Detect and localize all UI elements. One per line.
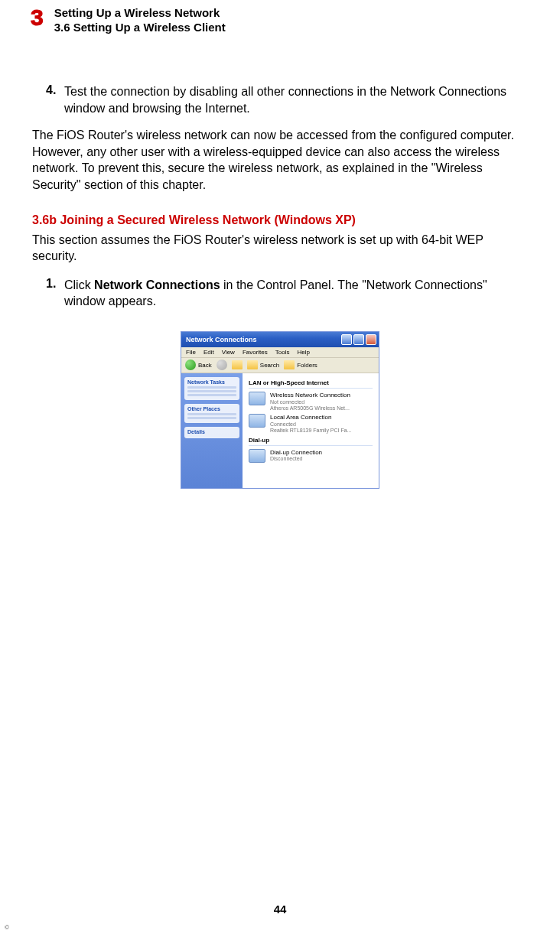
step-text: Test the connection by disabling all oth… [64, 83, 528, 116]
main-panel: LAN or High-Speed Internet Wireless Netw… [243, 373, 379, 488]
page-content: 4. Test the connection by disabling all … [0, 34, 560, 489]
access-paragraph: The FiOS Router's wireless network can n… [32, 127, 528, 193]
maximize-button[interactable] [353, 334, 364, 345]
window-titlebar: Network Connections [181, 332, 379, 347]
back-label: Back [198, 362, 212, 369]
lan-item[interactable]: Local Area Connection Connected Realtek … [249, 414, 373, 434]
dialup-icon [249, 449, 265, 463]
forward-button[interactable] [217, 360, 227, 370]
page-number: 44 [0, 903, 560, 916]
intro-paragraph: This section assumes the FiOS Router's w… [32, 232, 528, 265]
menu-view[interactable]: View [222, 349, 235, 356]
search-icon [247, 360, 258, 369]
panel-details-head: Details [187, 429, 236, 434]
menu-bar: File Edit View Favorites Tools Help [181, 347, 379, 358]
close-button[interactable] [366, 334, 376, 345]
side-panel: Network Tasks Other Places Details [181, 373, 243, 488]
step-pre: Click [64, 278, 94, 291]
step-number: 4. [46, 83, 64, 116]
menu-tools[interactable]: Tools [275, 349, 290, 356]
dialup-text: Dial-up Connection Disconnected [270, 449, 322, 463]
folders-icon [284, 360, 295, 369]
subsection-heading: 3.6b Joining a Secured Wireless Network … [32, 213, 528, 227]
window-body: Network Tasks Other Places Details [181, 373, 379, 488]
panel-other-head: Other Places [187, 406, 236, 412]
wlan-status: Not connected [270, 399, 350, 405]
lan-text: Local Area Connection Connected Realtek … [270, 414, 351, 434]
copyright-mark: © [5, 924, 9, 931]
wlan-name: Wireless Network Connection [270, 392, 350, 399]
minimize-button[interactable] [341, 334, 352, 345]
step-number: 1. [46, 277, 64, 310]
page-header: 3 Setting Up a Wireless Network 3.6 Sett… [0, 0, 560, 34]
wlan-text: Wireless Network Connection Not connecte… [270, 392, 350, 412]
menu-favorites[interactable]: Favorites [243, 349, 268, 356]
panel-tasks-head: Network Tasks [187, 379, 236, 385]
figure-network-connections: Network Connections File Edit View Favor… [32, 331, 528, 489]
step-4: 4. Test the connection by disabling all … [46, 83, 528, 116]
wlan-item[interactable]: Wireless Network Connection Not connecte… [249, 392, 373, 412]
lan-name: Local Area Connection [270, 414, 351, 421]
step-1: 1. Click Network Connections in the Cont… [46, 277, 528, 310]
lan-icon [249, 414, 265, 428]
menu-help[interactable]: Help [297, 349, 309, 356]
dialup-item[interactable]: Dial-up Connection Disconnected [249, 449, 373, 463]
chapter-number: 3 [31, 6, 44, 29]
wlan-icon [249, 392, 265, 405]
window-title: Network Connections [186, 336, 257, 343]
header-text-block: Setting Up a Wireless Network 3.6 Settin… [54, 6, 226, 34]
dialup-name: Dial-up Connection [270, 449, 322, 457]
toolbar: Back Search Folders [181, 358, 379, 373]
step-bold: Network Connections [94, 278, 220, 291]
group-lan-head: LAN or High-Speed Internet [249, 379, 373, 389]
winxp-window: Network Connections File Edit View Favor… [181, 331, 379, 489]
folders-button[interactable]: Folders [284, 360, 317, 369]
panel-other: Other Places [184, 404, 239, 423]
group-dialup-head: Dial-up [249, 437, 373, 446]
up-button[interactable] [232, 360, 243, 369]
menu-edit[interactable]: Edit [203, 349, 214, 356]
lan-status: Connected [270, 421, 351, 428]
dialup-status: Disconnected [270, 456, 322, 462]
menu-file[interactable]: File [186, 349, 196, 356]
step-text: Click Network Connections in the Control… [64, 277, 528, 310]
wlan-adapter: Atheros AR5005G Wireless Net... [270, 405, 350, 412]
folders-label: Folders [297, 362, 317, 369]
panel-tasks: Network Tasks [184, 377, 239, 400]
section-title: 3.6 Setting Up a Wireless Client [54, 21, 226, 34]
titlebar-buttons [341, 334, 376, 345]
back-button[interactable]: Back [185, 360, 212, 370]
lan-adapter: Realtek RTL8139 Family PCI Fa... [270, 428, 351, 434]
back-icon [185, 360, 196, 370]
search-button[interactable]: Search [247, 360, 279, 369]
panel-details: Details [184, 427, 239, 438]
chapter-title: Setting Up a Wireless Network [54, 6, 226, 20]
search-label: Search [260, 362, 279, 369]
